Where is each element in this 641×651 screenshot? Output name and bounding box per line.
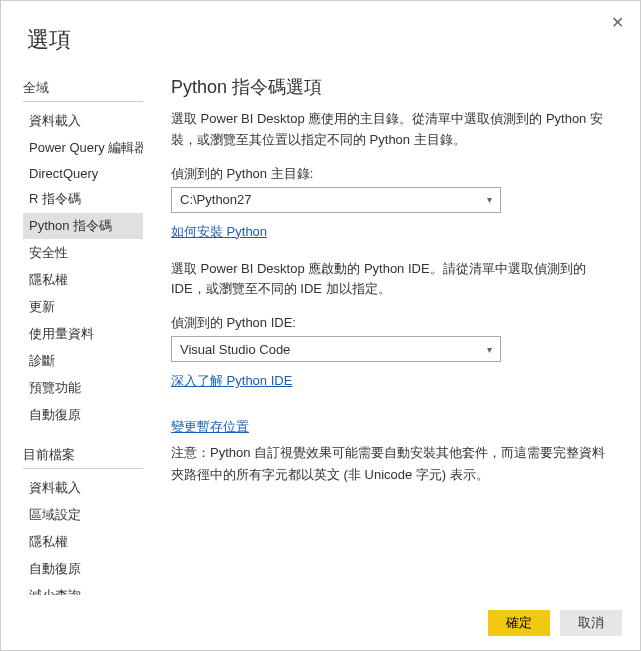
nav-file-autorecover[interactable]: 自動復原	[23, 556, 143, 582]
nav-power-query[interactable]: Power Query 編輯器	[23, 135, 143, 161]
ok-button[interactable]: 確定	[488, 610, 550, 636]
dialog-footer: 確定 取消	[488, 610, 622, 636]
nav-privacy[interactable]: 隱私權	[23, 267, 143, 293]
install-python-link[interactable]: 如何安裝 Python	[171, 223, 267, 241]
ide-description: 選取 Power BI Desktop 應啟動的 Python IDE。請從清單…	[171, 259, 612, 301]
nav-python-script[interactable]: Python 指令碼	[23, 213, 143, 239]
nav-usage-data[interactable]: 使用量資料	[23, 321, 143, 347]
close-button[interactable]: ✕	[607, 9, 628, 36]
change-temp-link[interactable]: 變更暫存位置	[171, 418, 249, 436]
sidebar-section-current-file: 目前檔案	[23, 446, 143, 469]
ide-dropdown[interactable]: Visual Studio Code ▾	[171, 336, 501, 362]
learn-ide-link[interactable]: 深入了解 Python IDE	[171, 372, 292, 390]
home-dir-label: 偵測到的 Python 主目錄:	[171, 165, 612, 183]
sidebar-section-global: 全域	[23, 79, 143, 102]
nav-directquery[interactable]: DirectQuery	[23, 162, 143, 185]
nav-security[interactable]: 安全性	[23, 240, 143, 266]
chevron-down-icon: ▾	[487, 194, 492, 205]
nav-preview[interactable]: 預覽功能	[23, 375, 143, 401]
nav-r-script[interactable]: R 指令碼	[23, 186, 143, 212]
nav-file-regional[interactable]: 區域設定	[23, 502, 143, 528]
note-text: 注意：Python 自訂視覺效果可能需要自動安裝其他套件，而這需要完整資料夾路徑…	[171, 442, 612, 486]
chevron-down-icon: ▾	[487, 344, 492, 355]
dialog-title: 選項	[1, 1, 640, 55]
ide-value: Visual Studio Code	[180, 342, 290, 357]
content-title: Python 指令碼選項	[171, 75, 612, 99]
nav-diagnostics[interactable]: 診斷	[23, 348, 143, 374]
sidebar: 全域 資料載入 Power Query 編輯器 DirectQuery R 指令…	[1, 75, 143, 595]
home-dir-value: C:\Python27	[180, 192, 252, 207]
cancel-button[interactable]: 取消	[560, 610, 622, 636]
ide-label: 偵測到的 Python IDE:	[171, 314, 612, 332]
nav-data-load[interactable]: 資料載入	[23, 108, 143, 134]
nav-update[interactable]: 更新	[23, 294, 143, 320]
nav-autorecover[interactable]: 自動復原	[23, 402, 143, 428]
home-dir-dropdown[interactable]: C:\Python27 ▾	[171, 187, 501, 213]
nav-file-reduce-query[interactable]: 減少查詢	[23, 583, 143, 595]
nav-file-data-load[interactable]: 資料載入	[23, 475, 143, 501]
nav-file-privacy[interactable]: 隱私權	[23, 529, 143, 555]
content-pane: Python 指令碼選項 選取 Power BI Desktop 應使用的主目錄…	[143, 75, 640, 595]
home-description: 選取 Power BI Desktop 應使用的主目錄。從清單中選取偵測到的 P…	[171, 109, 612, 151]
